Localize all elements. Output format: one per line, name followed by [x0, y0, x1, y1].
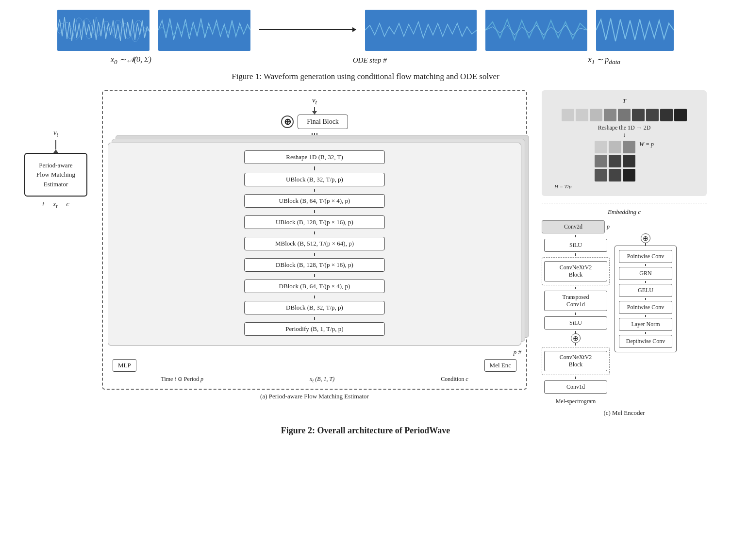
waveforms-row — [57, 10, 674, 51]
grid-row-1 — [595, 141, 635, 153]
2d-grid-wrapper: W = p — [549, 141, 699, 181]
cell-9 — [674, 109, 687, 121]
cell-2 — [576, 109, 588, 121]
estimator-arrow-up — [53, 149, 58, 153]
mblock: MBlock (B, 512, T/(p × 64), p) — [244, 237, 385, 250]
v-line-2 — [314, 189, 315, 192]
v-line-8 — [314, 317, 315, 320]
g8 — [609, 169, 621, 181]
ode-arrow — [259, 29, 356, 32]
mel-line-1 — [575, 235, 576, 237]
p-superscript: p — [607, 223, 610, 231]
connector-3 — [116, 210, 513, 213]
ublock1: UBlock (B, 32, T/p, p) — [244, 173, 385, 186]
dblock1-row: DBlock (B, 128, T/(p × 16), p) — [116, 258, 513, 272]
estimator-vt-label: vt — [53, 129, 58, 138]
connector-2 — [116, 189, 513, 192]
reshape-row: Reshape 1D (B, 32, T) — [116, 150, 513, 164]
time-label: Time t ⊙ Period p — [161, 376, 203, 383]
convnext-detail-box: Pointwise Conv GRN GELU Pointwise Conv L… — [615, 246, 677, 352]
mel-line-6 — [575, 343, 576, 346]
mel-enc-left: Conv2d p SiLU ConvNeXtV2Block Transposed… — [542, 219, 610, 405]
reshape-dims: H = T/p — [549, 183, 699, 189]
waveform-3 — [365, 10, 477, 51]
estimator-label: Period-awareFlow MatchingEstimator — [33, 161, 79, 189]
plus-and-final: ⊕ Final Block — [281, 115, 348, 129]
condition-label: Condition c — [441, 376, 468, 383]
dblock3-row: DBlock (B, 32, T/p, p) — [116, 301, 513, 314]
grid-row-2 — [595, 155, 635, 167]
reshape-block: Reshape 1D (B, 32, T) — [244, 150, 385, 164]
silu-block-1: SiLU — [544, 239, 607, 252]
waveform-2 — [158, 10, 250, 51]
w-label: W = p — [639, 141, 654, 148]
connector-4 — [116, 231, 513, 234]
g7 — [595, 169, 607, 181]
periodify: Periodify (B, 1, T/p, p) — [244, 322, 385, 336]
input-t: t — [42, 200, 44, 210]
convnext-detail-wrapper: ⊕ Pointwise Conv GRN GELU Pointwise Conv… — [615, 233, 677, 352]
g2 — [609, 141, 621, 153]
flow-arrow-line — [259, 29, 356, 30]
svg-rect-5 — [485, 10, 587, 51]
input-xt: xt — [53, 200, 57, 210]
mel-enc-box: Mel Enc — [484, 359, 516, 372]
convnext-box-2: ConvNeXtV2Block — [542, 347, 610, 375]
fig2-caption: Figure 2: Overall architecture of Period… — [19, 426, 712, 436]
cell-5 — [618, 109, 631, 121]
cell-1 — [562, 109, 574, 121]
g1 — [595, 141, 607, 153]
g3 — [623, 141, 635, 153]
d-line-2 — [645, 281, 646, 283]
periodify-row: Periodify (B, 1, T/p, p) — [116, 322, 513, 336]
estimator-inputs-row: t xt c — [42, 200, 69, 210]
connector-8 — [116, 317, 513, 320]
p-label: p # — [108, 348, 521, 356]
embedding-c-label: Embedding c — [542, 208, 707, 216]
ublock3: UBlock (B, 128, T/(p × 16), p) — [244, 215, 385, 229]
g9 — [623, 169, 635, 181]
fig1-labels: x0 ∼ 𝒩(0, Σ) ODE step # x1 ∼ pdata — [111, 55, 620, 66]
main-card: Reshape 1D (B, 32, T) UBlock (B, 32, T/p… — [108, 143, 521, 346]
input-c: c — [66, 200, 69, 210]
right-side: T Reshape the 1D → 2D↓ — [542, 90, 707, 417]
connector-6 — [116, 274, 513, 277]
pointwise-conv-1: Pointwise Conv — [619, 250, 672, 263]
enc-caption: (c) Mel Encoder — [542, 409, 707, 417]
v-line-4 — [314, 231, 315, 234]
figure-2: vt Period-awareFlow MatchingEstimator t … — [19, 90, 712, 417]
final-block: Final Block — [298, 115, 348, 129]
vt-top-label: vt — [108, 96, 521, 106]
waveform-4 — [485, 10, 587, 51]
section-divider — [542, 203, 707, 203]
g4 — [595, 155, 607, 167]
cell-6 — [632, 109, 645, 121]
v-line-5 — [314, 253, 315, 256]
detail-plus: ⊕ — [641, 233, 650, 243]
fig1-caption: Figure 1: Waveform generation using cond… — [232, 72, 499, 82]
ublock2: UBlock (B, 64, T/(p × 4), p) — [244, 194, 385, 208]
mel-line-7 — [575, 377, 576, 379]
conv2d-row: Conv2d p — [542, 219, 610, 235]
block-stack: Reshape 1D (B, 32, T) UBlock (B, 32, T/p… — [108, 143, 521, 346]
mel-line-2 — [575, 253, 576, 256]
mel-spectrogram-label: Mel-spectrogram — [556, 398, 596, 405]
2d-grid — [595, 141, 635, 181]
convnext-box-1: ConvNeXtV2Block — [542, 257, 610, 285]
dblock2-row: DBlock (B, 64, T/(p × 4), p) — [116, 280, 513, 293]
mlp-box: MLP — [113, 359, 136, 372]
cell-3 — [590, 109, 602, 121]
g6 — [623, 155, 635, 167]
ublock1-row: UBlock (B, 32, T/p, p) — [116, 173, 513, 186]
bottom-labels-row: Time t ⊙ Period p xt (B, 1, T) Condition… — [108, 376, 521, 383]
cell-4 — [604, 109, 616, 121]
1d-grid — [549, 109, 699, 121]
mel-line-3 — [575, 287, 576, 289]
cell-7 — [646, 109, 659, 121]
grid-row-3 — [595, 169, 635, 181]
connector-5 — [116, 253, 513, 256]
outer-dashed-frame: vt ⊕ Final Block — [102, 90, 527, 389]
bottom-enc-row: MLP Mel Enc — [108, 359, 521, 372]
x0-label: x0 ∼ 𝒩(0, Σ) — [111, 55, 151, 66]
reshape-arrow-label: Reshape the 1D → 2D↓ — [549, 124, 699, 139]
